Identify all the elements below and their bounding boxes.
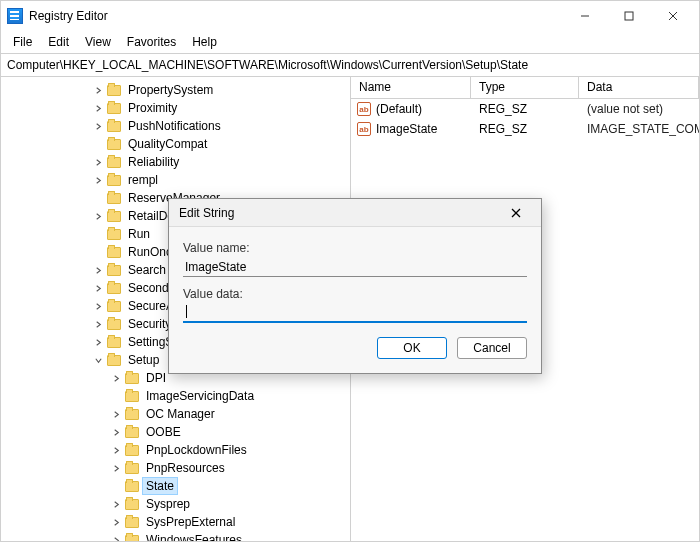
no-expander (109, 479, 123, 493)
address-bar[interactable]: Computer\HKEY_LOCAL_MACHINE\SOFTWARE\Mic… (1, 53, 699, 77)
col-header-name[interactable]: Name (351, 77, 471, 98)
tree-label: PropertySystem (125, 82, 216, 98)
edit-string-dialog: Edit String Value name: Value data: OK C… (168, 198, 542, 374)
col-header-type[interactable]: Type (471, 77, 579, 98)
minimize-button[interactable] (563, 1, 607, 31)
value-name-field[interactable] (183, 257, 527, 277)
folder-icon (107, 265, 121, 276)
folder-icon (125, 481, 139, 492)
tree-node-oc-manager[interactable]: OC Manager (11, 405, 350, 423)
tree-node-state[interactable]: State (11, 477, 350, 495)
chevron-right-icon[interactable] (109, 497, 123, 511)
value-type: REG_SZ (471, 102, 579, 116)
tree-label: Sysprep (143, 496, 193, 512)
chevron-right-icon[interactable] (109, 533, 123, 541)
chevron-right-icon[interactable] (91, 281, 105, 295)
folder-icon (125, 373, 139, 384)
chevron-right-icon[interactable] (91, 209, 105, 223)
folder-icon (107, 247, 121, 258)
chevron-right-icon[interactable] (91, 173, 105, 187)
tree-label: OC Manager (143, 406, 218, 422)
tree-label: Run (125, 226, 153, 242)
tree-node-reliability[interactable]: Reliability (11, 153, 350, 171)
tree-node-proximity[interactable]: Proximity (11, 99, 350, 117)
tree-node-propertysystem[interactable]: PropertySystem (11, 81, 350, 99)
chevron-right-icon[interactable] (91, 335, 105, 349)
no-expander (91, 137, 105, 151)
chevron-right-icon[interactable] (109, 371, 123, 385)
tree-node-sysprepexternal[interactable]: SysPrepExternal (11, 513, 350, 531)
folder-icon (107, 85, 121, 96)
folder-icon (125, 517, 139, 528)
folder-icon (107, 283, 121, 294)
no-expander (91, 191, 105, 205)
tree-label: rempl (125, 172, 161, 188)
cancel-button[interactable]: Cancel (457, 337, 527, 359)
tree-label: PnpLockdownFiles (143, 442, 250, 458)
value-row[interactable]: ab(Default)REG_SZ(value not set) (351, 99, 699, 119)
chevron-right-icon[interactable] (91, 317, 105, 331)
tree-label: QualityCompat (125, 136, 210, 152)
menu-favorites[interactable]: Favorites (121, 33, 182, 51)
menu-view[interactable]: View (79, 33, 117, 51)
tree-node-sysprep[interactable]: Sysprep (11, 495, 350, 513)
menu-help[interactable]: Help (186, 33, 223, 51)
folder-icon (107, 157, 121, 168)
tree-label: PnpResources (143, 460, 228, 476)
dialog-close-button[interactable] (501, 201, 531, 225)
value-name-label: Value name: (183, 241, 527, 255)
chevron-right-icon[interactable] (109, 425, 123, 439)
list-header: Name Type Data (351, 77, 699, 99)
tree-label: ImageServicingData (143, 388, 257, 404)
chevron-right-icon[interactable] (91, 155, 105, 169)
folder-icon (107, 103, 121, 114)
tree-label: WindowsFeatures (143, 532, 245, 541)
chevron-right-icon[interactable] (109, 443, 123, 457)
chevron-right-icon[interactable] (91, 119, 105, 133)
menu-edit[interactable]: Edit (42, 33, 75, 51)
col-header-data[interactable]: Data (579, 77, 699, 98)
value-name: (Default) (376, 102, 422, 116)
tree-node-pnplockdownfiles[interactable]: PnpLockdownFiles (11, 441, 350, 459)
tree-label: OOBE (143, 424, 184, 440)
folder-icon (125, 391, 139, 402)
folder-icon (107, 229, 121, 240)
chevron-right-icon[interactable] (109, 461, 123, 475)
folder-icon (107, 319, 121, 330)
menu-file[interactable]: File (7, 33, 38, 51)
chevron-right-icon[interactable] (91, 263, 105, 277)
tree-label: DPI (143, 370, 169, 386)
folder-icon (107, 175, 121, 186)
ok-button[interactable]: OK (377, 337, 447, 359)
folder-icon (125, 535, 139, 542)
chevron-right-icon[interactable] (91, 299, 105, 313)
dialog-titlebar: Edit String (169, 199, 541, 227)
value-row[interactable]: abImageStateREG_SZIMAGE_STATE_COMPLETE (351, 119, 699, 139)
tree-node-qualitycompat[interactable]: QualityCompat (11, 135, 350, 153)
chevron-right-icon[interactable] (91, 101, 105, 115)
tree-node-rempl[interactable]: rempl (11, 171, 350, 189)
tree-label: SysPrepExternal (143, 514, 238, 530)
folder-icon (107, 121, 121, 132)
chevron-right-icon[interactable] (109, 407, 123, 421)
folder-icon (125, 427, 139, 438)
chevron-right-icon[interactable] (109, 515, 123, 529)
chevron-right-icon[interactable] (91, 83, 105, 97)
tree-node-windowsfeatures[interactable]: WindowsFeatures (11, 531, 350, 541)
value-data-field[interactable] (183, 303, 527, 323)
tree-node-pushnotifications[interactable]: PushNotifications (11, 117, 350, 135)
maximize-button[interactable] (607, 1, 651, 31)
text-caret (186, 305, 187, 318)
folder-icon (107, 211, 121, 222)
tree-node-imageservicingdata[interactable]: ImageServicingData (11, 387, 350, 405)
value-type: REG_SZ (471, 122, 579, 136)
tree-label: Search (125, 262, 169, 278)
folder-icon (107, 193, 121, 204)
tree-node-oobe[interactable]: OOBE (11, 423, 350, 441)
folder-icon (107, 355, 121, 366)
tree-node-pnpresources[interactable]: PnpResources (11, 459, 350, 477)
folder-icon (125, 409, 139, 420)
close-button[interactable] (651, 1, 695, 31)
regedit-icon (7, 8, 23, 24)
chevron-down-icon[interactable] (91, 353, 105, 367)
